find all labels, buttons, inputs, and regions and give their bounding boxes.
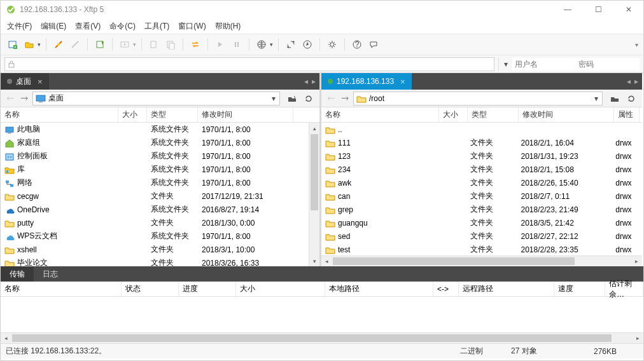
back-button[interactable]: 🡐: [4, 94, 16, 103]
compass-button[interactable]: [300, 37, 314, 51]
menu-item[interactable]: 命令(C): [109, 21, 136, 32]
file-row[interactable]: xshell文件夹2018/3/1, 10:00: [1, 243, 319, 256]
file-row[interactable]: cecgw文件夹2017/12/19, 21:31: [1, 189, 319, 203]
play-dropdown[interactable]: ▾: [133, 41, 136, 48]
refresh-button[interactable]: [302, 92, 316, 106]
scroll-left-icon[interactable]: ◂: [321, 256, 332, 266]
local-tab[interactable]: 桌面 ×: [1, 73, 49, 90]
remote-path-combo[interactable]: ▾: [353, 92, 603, 106]
file-row[interactable]: guangqu文件夹2018/3/5, 21:42drwx: [321, 216, 642, 229]
disconnect-button[interactable]: [68, 37, 82, 51]
file-row[interactable]: 234文件夹2018/2/1, 15:08drwx: [321, 163, 642, 176]
scroll-right-icon[interactable]: ▸: [631, 256, 642, 266]
file-row[interactable]: putty文件夹2018/1/30, 0:00: [1, 216, 319, 229]
file-row[interactable]: ..: [321, 123, 642, 136]
column-header[interactable]: 速度: [554, 282, 605, 296]
remote-tab[interactable]: 192.168.136.133 ×: [321, 73, 412, 90]
file-row[interactable]: 家庭组系统文件夹1970/1/1, 8:00: [1, 136, 319, 149]
password-input[interactable]: [576, 58, 640, 71]
maximize-button[interactable]: ☐: [589, 5, 608, 14]
remote-file-list[interactable]: ..111文件夹2018/2/1, 16:04drwx123文件夹2018/1/…: [321, 123, 642, 255]
feedback-button[interactable]: [367, 37, 381, 51]
column-header[interactable]: 进度: [179, 282, 236, 296]
file-row[interactable]: awk文件夹2018/2/26, 15:40drwx: [321, 176, 642, 189]
back-button[interactable]: 🡐: [325, 94, 337, 103]
open-button[interactable]: [22, 37, 36, 51]
file-row[interactable]: 控制面板系统文件夹1970/1/1, 8:00: [1, 149, 319, 163]
username-input[interactable]: [512, 58, 576, 71]
pause-button[interactable]: [230, 37, 244, 51]
scrollbar-horizontal[interactable]: ◂ ▸: [321, 255, 642, 266]
scroll-left-icon[interactable]: ◂: [1, 333, 11, 343]
column-header[interactable]: 状态: [122, 282, 179, 296]
menu-item[interactable]: 查看(V): [75, 21, 101, 32]
help-button[interactable]: ?: [350, 37, 364, 51]
local-path-input[interactable]: [48, 94, 268, 103]
tab-next-icon[interactable]: ▸: [312, 77, 316, 86]
remote-path-input[interactable]: [369, 94, 591, 103]
up-button[interactable]: [285, 92, 299, 106]
paste-button[interactable]: [164, 37, 178, 51]
transfer-scrollbar[interactable]: ◂ ▸: [1, 332, 643, 343]
menu-item[interactable]: 编辑(E): [41, 21, 66, 32]
refresh-button[interactable]: [624, 92, 638, 106]
transfer-button[interactable]: [188, 37, 202, 51]
file-row[interactable]: 库系统文件夹1970/1/1, 8:00: [1, 163, 319, 176]
address-bar[interactable]: [4, 57, 494, 71]
menu-item[interactable]: 帮助(H): [215, 21, 241, 32]
globe-dropdown[interactable]: ▾: [270, 41, 273, 48]
column-header[interactable]: 名称: [1, 107, 118, 122]
column-header[interactable]: 远程路径: [459, 282, 554, 296]
minimize-button[interactable]: —: [558, 5, 577, 14]
file-row[interactable]: 网络系统文件夹1970/1/1, 8:00: [1, 176, 319, 189]
scroll-right-icon[interactable]: ▸: [633, 333, 643, 343]
scrollbar-vertical[interactable]: ▴ ▾: [309, 123, 319, 266]
file-row[interactable]: grep文件夹2018/2/23, 21:49drwx: [321, 203, 642, 216]
column-header[interactable]: 名称: [321, 107, 439, 122]
column-header[interactable]: 修改时间: [198, 107, 293, 122]
path-dropdown-icon[interactable]: ▾: [270, 94, 277, 103]
local-file-list[interactable]: ▴ ▾ 此电脑系统文件夹1970/1/1, 8:00家庭组系统文件夹1970/1…: [1, 123, 319, 266]
column-header[interactable]: 修改时间: [519, 107, 614, 122]
column-header[interactable]: 估计剩余…: [605, 282, 643, 296]
column-header[interactable]: 大小: [439, 107, 468, 122]
open-dropdown[interactable]: ▾: [38, 41, 41, 48]
resume-button[interactable]: [213, 37, 227, 51]
up-button[interactable]: [608, 92, 622, 106]
column-header[interactable]: 大小: [236, 282, 325, 296]
file-row[interactable]: sed文件夹2018/2/27, 22:12drwx: [321, 229, 642, 243]
file-row[interactable]: 123文件夹2018/1/31, 19:23drwx: [321, 149, 642, 163]
tab-next-icon[interactable]: ▸: [634, 77, 638, 86]
local-path-combo[interactable]: ▾: [32, 92, 280, 106]
close-button[interactable]: ✕: [619, 5, 638, 14]
menu-item[interactable]: 工具(T): [144, 21, 169, 32]
file-row[interactable]: 毕业论文文件夹2018/3/26, 16:33: [1, 256, 319, 266]
bottom-tab[interactable]: 传输: [1, 266, 34, 282]
globe-button[interactable]: [255, 37, 269, 51]
bottom-tab[interactable]: 日志: [34, 266, 67, 282]
path-dropdown-icon[interactable]: ▾: [593, 94, 599, 103]
column-header[interactable]: 本地路径: [325, 282, 433, 296]
file-row[interactable]: 111文件夹2018/2/1, 16:04drwx: [321, 136, 642, 149]
column-header[interactable]: 类型: [468, 107, 519, 122]
column-header[interactable]: 名称: [1, 282, 122, 296]
forward-button[interactable]: 🡒: [339, 94, 351, 103]
toolbar-overflow[interactable]: ▾: [635, 41, 638, 48]
column-header[interactable]: 属性: [614, 107, 640, 122]
scroll-down-icon[interactable]: ▾: [309, 255, 319, 266]
scroll-up-icon[interactable]: ▴: [309, 123, 319, 133]
connect-button[interactable]: [52, 37, 66, 51]
close-tab-icon[interactable]: ×: [38, 77, 43, 86]
settings-button[interactable]: [325, 37, 339, 51]
menu-item[interactable]: 窗口(W): [178, 21, 206, 32]
copy-button[interactable]: [147, 37, 161, 51]
new-button[interactable]: [6, 37, 20, 51]
column-header[interactable]: 类型: [147, 107, 198, 122]
properties-button[interactable]: [93, 37, 107, 51]
play-button[interactable]: [118, 37, 132, 51]
file-row[interactable]: test文件夹2018/2/28, 23:35drwx: [321, 243, 642, 255]
menu-item[interactable]: 文件(F): [7, 21, 32, 32]
forward-button[interactable]: 🡒: [18, 94, 30, 103]
file-row[interactable]: 此电脑系统文件夹1970/1/1, 8:00: [1, 123, 319, 136]
tab-prev-icon[interactable]: ◂: [627, 77, 631, 86]
